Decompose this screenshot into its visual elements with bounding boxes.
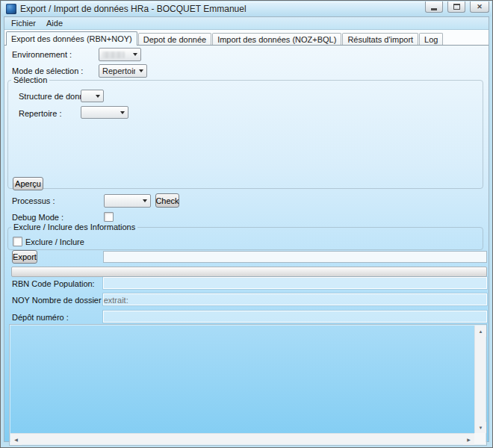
scroll-right-icon[interactable]: ▶ — [463, 434, 474, 445]
repertoire-combobox[interactable] — [81, 106, 128, 119]
chevron-down-icon — [117, 107, 128, 118]
progress-bar — [11, 267, 487, 277]
tab-import-donnees[interactable]: Import des données (NOZ+BQL) — [212, 33, 341, 45]
close-button[interactable]: ✕ — [470, 1, 489, 13]
apercu-button[interactable]: Aperçu — [13, 177, 43, 190]
rbn-label: RBN Code Population: — [12, 279, 95, 288]
exclude-include-label: Exclure / Inclure — [25, 237, 84, 246]
export-path-field[interactable] — [103, 251, 487, 263]
chevron-down-icon — [129, 49, 140, 60]
redacted-value — [102, 52, 125, 58]
scroll-up-icon[interactable]: ▲ — [475, 326, 486, 337]
exclude-group-title: Exclure / Inclure des Informations — [11, 223, 137, 231]
depot-field[interactable] — [103, 311, 487, 323]
selection-mode-label: Mode de sélection : — [12, 66, 83, 75]
maximize-icon — [453, 4, 460, 10]
scroll-left-icon[interactable]: ◀ — [10, 434, 22, 445]
debug-mode-label: Debug Mode : — [12, 213, 63, 222]
check-button[interactable]: Check — [155, 193, 179, 208]
menubar: Fichier Aide — [4, 17, 489, 30]
selection-groupbox: Sélection Structure de donnée : Repertoi… — [7, 75, 483, 189]
chevron-down-icon — [139, 195, 150, 207]
tab-export-donnees[interactable]: Export des données (RBN+NOY) — [6, 31, 137, 46]
log-textarea[interactable]: ▲ ▼ ◀ ▶ — [9, 324, 487, 446]
log-content — [10, 326, 474, 433]
processus-combobox[interactable] — [104, 194, 151, 208]
chevron-down-icon — [92, 90, 103, 102]
selection-group-title: Sélection — [11, 75, 49, 84]
app-icon — [6, 4, 16, 14]
client-area: Fichier Aide Export des données (RBN+NOY… — [4, 16, 489, 442]
repertoire-label: Repertoire : — [19, 109, 61, 118]
debug-mode-checkbox[interactable] — [104, 212, 114, 222]
environment-combobox[interactable] — [99, 48, 141, 61]
maximize-button[interactable] — [447, 1, 465, 13]
scrollbar-corner — [474, 433, 486, 444]
tab-strip: Export des données (RBN+NOY) Depot de do… — [4, 31, 489, 45]
tab-resultats-import[interactable]: Résultats d'import — [342, 33, 418, 45]
exclude-groupbox: Exclure / Inclure des Informations Exclu… — [7, 223, 483, 250]
environment-label: Environnement : — [12, 50, 72, 59]
vertical-scrollbar[interactable]: ▲ ▼ — [474, 326, 486, 433]
titlebar[interactable]: Export / Import de données HRa - BOCQUET… — [1, 1, 492, 16]
noy-field[interactable] — [103, 293, 487, 305]
structure-combobox[interactable] — [81, 90, 104, 102]
exclude-include-checkbox[interactable] — [13, 237, 22, 246]
window-title: Export / Import de données HRa - BOCQUET… — [20, 4, 246, 14]
menu-fichier[interactable]: Fichier — [6, 18, 41, 29]
close-icon: ✕ — [477, 4, 483, 10]
window-controls: ✕ — [425, 1, 489, 13]
tab-page-export: Environnement : Mode de sélection : Repe… — [4, 45, 489, 441]
menu-aide[interactable]: Aide — [41, 18, 68, 29]
app-window: Export / Import de données HRa - BOCQUET… — [0, 0, 493, 448]
tab-depot-donnee[interactable]: Depot de donnée — [138, 33, 211, 45]
processus-label: Processus : — [12, 196, 55, 205]
horizontal-scrollbar[interactable]: ◀ ▶ — [10, 433, 474, 444]
scroll-down-icon[interactable]: ▼ — [475, 422, 486, 433]
export-button[interactable]: Export — [12, 250, 37, 264]
minimize-icon — [431, 8, 437, 10]
depot-label: Dépôt numéro : — [12, 313, 69, 322]
minimize-button[interactable] — [425, 1, 443, 13]
tab-log[interactable]: Log — [419, 33, 443, 45]
selection-mode-value: Repertoire — [99, 66, 135, 75]
rbn-field[interactable] — [103, 277, 487, 289]
